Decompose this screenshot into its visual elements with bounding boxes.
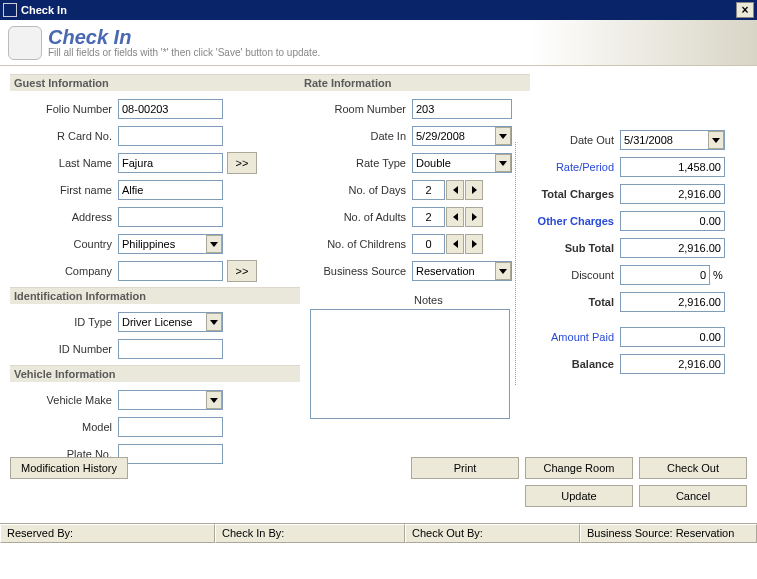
noadults-down-button[interactable] bbox=[446, 207, 464, 227]
label-folio: Folio Number bbox=[10, 103, 118, 115]
balance-value bbox=[620, 354, 725, 374]
close-button[interactable]: × bbox=[736, 2, 754, 18]
subtotal-value bbox=[620, 238, 725, 258]
label-country: Country bbox=[10, 238, 118, 250]
noadults-input[interactable] bbox=[412, 207, 445, 227]
section-id: Identification Information bbox=[10, 287, 300, 305]
status-business-source: Business Source: Reservation bbox=[580, 524, 757, 543]
label-nodays: No. of Days bbox=[300, 184, 412, 196]
idnumber-input[interactable] bbox=[118, 339, 223, 359]
chevron-down-icon[interactable] bbox=[206, 235, 222, 253]
label-rcard: R Card No. bbox=[10, 130, 118, 142]
label-percent: % bbox=[713, 269, 723, 281]
label-vmake: Vehicle Make bbox=[10, 394, 118, 406]
status-bar: Reserved By: Check In By: Check Out By: … bbox=[0, 523, 757, 543]
window-title: Check In bbox=[21, 4, 67, 16]
model-input[interactable] bbox=[118, 417, 223, 437]
check-out-button[interactable]: Check Out bbox=[639, 457, 747, 479]
label-dateout: Date Out bbox=[530, 134, 620, 146]
status-reserved-by: Reserved By: bbox=[0, 524, 215, 543]
window-icon bbox=[3, 3, 17, 17]
print-button[interactable]: Print bbox=[411, 457, 519, 479]
label-subtotal: Sub Total bbox=[530, 242, 620, 254]
section-guest: Guest Information bbox=[10, 74, 300, 92]
header-icon bbox=[8, 26, 42, 60]
company-input[interactable] bbox=[118, 261, 223, 281]
label-datein: Date In bbox=[300, 130, 412, 142]
label-total: Total bbox=[530, 296, 620, 308]
noadults-up-button[interactable] bbox=[465, 207, 483, 227]
label-discount: Discount bbox=[530, 269, 620, 281]
label-idnumber: ID Number bbox=[10, 343, 118, 355]
label-idtype: ID Type bbox=[10, 316, 118, 328]
status-checkout-by: Check Out By: bbox=[405, 524, 580, 543]
room-input[interactable] bbox=[412, 99, 512, 119]
chevron-down-icon[interactable] bbox=[206, 391, 222, 409]
vertical-divider bbox=[515, 142, 516, 385]
label-ratetype: Rate Type bbox=[300, 157, 412, 169]
label-firstname: First name bbox=[10, 184, 118, 196]
label-noadults: No. of Adults bbox=[300, 211, 412, 223]
folio-input[interactable] bbox=[118, 99, 223, 119]
company-lookup-button[interactable]: >> bbox=[227, 260, 257, 282]
amountpaid-value bbox=[620, 327, 725, 347]
lastname-lookup-button[interactable]: >> bbox=[227, 152, 257, 174]
total-value bbox=[620, 292, 725, 312]
label-othercharges[interactable]: Other Charges bbox=[530, 215, 620, 227]
label-balance: Balance bbox=[530, 358, 620, 370]
label-model: Model bbox=[10, 421, 118, 433]
modification-history-button[interactable]: Modification History bbox=[10, 457, 128, 479]
cancel-button[interactable]: Cancel bbox=[639, 485, 747, 507]
chevron-down-icon[interactable] bbox=[495, 262, 511, 280]
chevron-down-icon[interactable] bbox=[708, 131, 724, 149]
othercharges-value bbox=[620, 211, 725, 231]
header: Check In Fill all fields or fields with … bbox=[0, 20, 757, 66]
titlebar: Check In × bbox=[0, 0, 757, 20]
label-bizsrc: Business Source bbox=[300, 265, 412, 277]
rateperiod-value bbox=[620, 157, 725, 177]
chevron-down-icon[interactable] bbox=[495, 127, 511, 145]
chevron-down-icon[interactable] bbox=[206, 313, 222, 331]
nodays-down-button[interactable] bbox=[446, 180, 464, 200]
label-totalcharges: Total Charges bbox=[530, 188, 620, 200]
label-amountpaid[interactable]: Amount Paid bbox=[530, 331, 620, 343]
section-vehicle: Vehicle Information bbox=[10, 365, 300, 383]
label-address: Address bbox=[10, 211, 118, 223]
firstname-input[interactable] bbox=[118, 180, 223, 200]
page-title: Check In bbox=[48, 27, 320, 47]
rcard-input[interactable] bbox=[118, 126, 223, 146]
label-room: Room Number bbox=[300, 103, 412, 115]
label-rateperiod[interactable]: Rate/Period bbox=[530, 161, 620, 173]
section-rate: Rate Information bbox=[300, 74, 530, 92]
nochild-up-button[interactable] bbox=[465, 234, 483, 254]
chevron-down-icon[interactable] bbox=[495, 154, 511, 172]
lastname-input[interactable] bbox=[118, 153, 223, 173]
discount-input[interactable] bbox=[620, 265, 710, 285]
label-notes: Notes bbox=[414, 294, 530, 306]
label-lastname: Last Name bbox=[10, 157, 118, 169]
nodays-up-button[interactable] bbox=[465, 180, 483, 200]
status-checkin-by: Check In By: bbox=[215, 524, 405, 543]
update-button[interactable]: Update bbox=[525, 485, 633, 507]
nodays-input[interactable] bbox=[412, 180, 445, 200]
label-nochild: No. of Childrens bbox=[300, 238, 412, 250]
nochild-down-button[interactable] bbox=[446, 234, 464, 254]
change-room-button[interactable]: Change Room bbox=[525, 457, 633, 479]
page-subtitle: Fill all fields or fields with '*' then … bbox=[48, 47, 320, 58]
address-input[interactable] bbox=[118, 207, 223, 227]
nochild-input[interactable] bbox=[412, 234, 445, 254]
notes-textarea[interactable] bbox=[310, 309, 510, 419]
totalcharges-value bbox=[620, 184, 725, 204]
label-company: Company bbox=[10, 265, 118, 277]
